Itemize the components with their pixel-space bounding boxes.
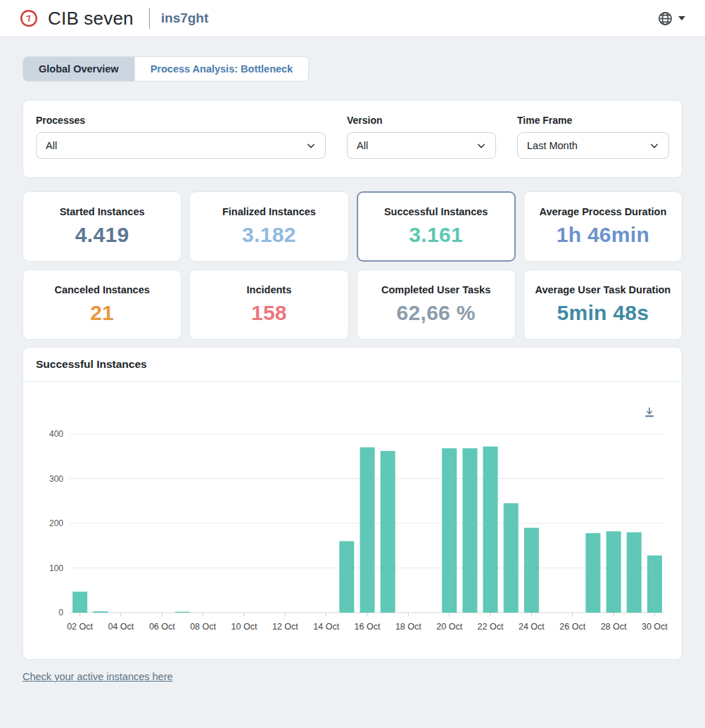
kpi-card-successful-instances[interactable]: Successful Instances 3.161 <box>357 191 516 262</box>
svg-text:28 Oct: 28 Oct <box>601 622 627 632</box>
globe-icon <box>657 11 673 27</box>
kpi-card-incidents[interactable]: Incidents 158 <box>189 269 348 340</box>
kpi-label: Incidents <box>247 284 292 295</box>
processes-select[interactable]: All <box>36 132 326 159</box>
download-chart-button[interactable] <box>642 406 656 420</box>
svg-text:16 Oct: 16 Oct <box>355 622 381 632</box>
chevron-down-icon <box>476 141 486 151</box>
kpi-card-completed-user-tasks[interactable]: Completed User Tasks 62,66 % <box>357 269 516 340</box>
kpi-label: Canceled Instances <box>54 284 149 295</box>
kpi-card-average-process-duration[interactable]: Average Process Duration 1h 46min <box>523 191 682 262</box>
kpi-label: Finalized Instances <box>222 206 316 217</box>
chevron-down-icon <box>306 141 316 151</box>
version-select-value: All <box>357 140 368 151</box>
time-frame-select-value: Last Month <box>527 140 578 151</box>
chevron-down-icon <box>649 141 659 151</box>
svg-text:24 Oct: 24 Oct <box>519 622 545 632</box>
svg-text:26 Oct: 26 Oct <box>559 622 585 632</box>
version-select[interactable]: All <box>347 132 496 159</box>
brand-name: CIB seven <box>48 8 134 30</box>
svg-text:04 Oct: 04 Oct <box>108 622 134 632</box>
kpi-value: 62,66 % <box>397 301 476 325</box>
version-label: Version <box>347 115 496 126</box>
kpi-card-started-instances[interactable]: Started Instances 4.419 <box>23 191 182 262</box>
kpi-grid: Started Instances 4.419 Finalized Instan… <box>23 191 682 340</box>
time-frame-label: Time Frame <box>517 115 669 126</box>
chart-title: Successful Instances <box>23 347 682 382</box>
language-menu-button[interactable] <box>657 11 685 27</box>
svg-text:22 Oct: 22 Oct <box>478 622 504 632</box>
svg-text:02 Oct: 02 Oct <box>67 622 93 632</box>
product-name: ins7ght <box>161 11 209 26</box>
tab-global-overview[interactable]: Global Overview <box>23 57 134 81</box>
kpi-value: 4.419 <box>75 223 129 247</box>
svg-text:12 Oct: 12 Oct <box>272 622 298 632</box>
filters-panel: Processes All Version All Time Frame Las… <box>23 100 682 178</box>
kpi-label: Average Process Duration <box>539 206 666 217</box>
svg-text:200: 200 <box>49 518 63 528</box>
filter-processes: Processes All <box>36 115 326 159</box>
svg-text:18 Oct: 18 Oct <box>395 622 421 632</box>
kpi-card-canceled-instances[interactable]: Canceled Instances 21 <box>23 269 182 340</box>
chart-body: 010020030040002 Oct04 Oct06 Oct08 Oct10 … <box>23 382 682 659</box>
chevron-down-icon <box>678 16 685 20</box>
kpi-value: 158 <box>251 301 287 325</box>
active-instances-link[interactable]: Check your active instances here <box>23 671 173 682</box>
kpi-value: 21 <box>90 301 114 325</box>
svg-text:14 Oct: 14 Oct <box>313 622 339 632</box>
footer: Check your active instances here <box>23 670 682 683</box>
tab-process-analysis-bottleneck[interactable]: Process Analysis: Bottleneck <box>134 57 309 81</box>
kpi-card-average-user-task-duration[interactable]: Average User Task Duration 5min 48s <box>523 269 682 340</box>
cib-logo-icon: 7 <box>18 8 39 29</box>
kpi-label: Average User Task Duration <box>535 284 671 295</box>
svg-text:300: 300 <box>49 474 63 484</box>
kpi-label: Successful Instances <box>384 206 488 217</box>
kpi-value: 3.161 <box>409 223 463 247</box>
filter-version: Version All <box>347 115 496 159</box>
time-frame-select[interactable]: Last Month <box>517 132 669 159</box>
processes-select-value: All <box>46 140 57 151</box>
kpi-card-finalized-instances[interactable]: Finalized Instances 3.182 <box>189 191 348 262</box>
successful-instances-bar-chart[interactable]: 010020030040002 Oct04 Oct06 Oct08 Oct10 … <box>37 424 672 642</box>
processes-label: Processes <box>36 115 326 126</box>
svg-text:400: 400 <box>49 429 63 439</box>
svg-text:100: 100 <box>49 563 63 573</box>
filter-time-frame: Time Frame Last Month <box>517 115 669 159</box>
svg-text:20 Oct: 20 Oct <box>436 622 462 632</box>
download-icon <box>642 406 656 420</box>
view-tabs: Global Overview Process Analysis: Bottle… <box>23 56 309 82</box>
kpi-label: Completed User Tasks <box>381 284 490 295</box>
svg-text:10 Oct: 10 Oct <box>231 622 258 632</box>
chart-panel: Successful Instances 010020030040002 Oct… <box>23 347 682 660</box>
brand-divider <box>149 8 150 29</box>
top-navbar: 7 CIB seven ins7ght <box>0 0 705 37</box>
kpi-value: 1h 46min <box>557 223 649 247</box>
svg-text:30 Oct: 30 Oct <box>642 622 668 632</box>
svg-text:06 Oct: 06 Oct <box>149 622 175 632</box>
kpi-value: 3.182 <box>242 223 296 247</box>
svg-text:08 Oct: 08 Oct <box>190 622 216 632</box>
svg-text:7: 7 <box>25 13 32 24</box>
brand: 7 CIB seven ins7ght <box>18 8 208 30</box>
svg-text:0: 0 <box>58 608 63 618</box>
kpi-value: 5min 48s <box>557 301 649 325</box>
kpi-label: Started Instances <box>60 206 145 217</box>
